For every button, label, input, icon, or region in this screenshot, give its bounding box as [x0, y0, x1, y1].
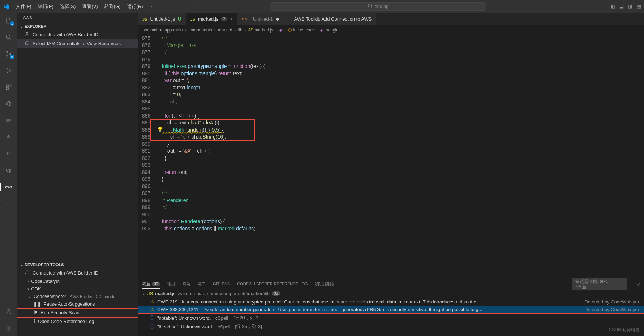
code-line[interactable]: var out = '', — [156, 77, 644, 84]
problem-row[interactable]: ⓘ"lheading": Unknown word.cSpell[行 35，列 … — [138, 322, 644, 331]
filter-icon[interactable]: ▽ — [637, 282, 640, 286]
editor-tab[interactable]: <>Untitled-1● — [237, 13, 284, 25]
code-line[interactable]: }; — [156, 176, 644, 183]
breadcrumbs[interactable]: waimai-uniapp-main›components›marked›lib… — [138, 25, 644, 35]
problem-row[interactable]: ⓘ"nptable": Unknown word.cSpell[行 20，列 3… — [138, 314, 644, 322]
code-line[interactable]: } — [156, 141, 644, 148]
editor-tab[interactable]: JSUntitled-1.jsU — [138, 13, 186, 25]
code-line[interactable]: ch; — [156, 98, 644, 106]
tree-cdk[interactable]: › CDK — [17, 285, 138, 293]
explorer-badge: 1 — [10, 21, 14, 26]
debug-activity-icon[interactable] — [4, 66, 13, 75]
toggle-panel-bottom-icon[interactable]: ⬓ — [619, 4, 624, 9]
remote-activity-icon[interactable] — [4, 99, 13, 108]
toggle-panel-left-icon[interactable]: ◧ — [611, 4, 615, 9]
code-line[interactable]: for (; i < l; i++) { — [156, 112, 644, 120]
code-line[interactable]: * Renderer — [156, 197, 644, 204]
codewhisperer-activity-icon[interactable] — [4, 116, 13, 125]
problem-row[interactable]: ⚠CWE-338,330,1241 - Pseudorandom number … — [138, 306, 644, 313]
panel-tab[interactable]: 调试控制台 — [315, 281, 335, 287]
select-iam-row[interactable]: Select IAM Credentials to View Resources — [17, 39, 138, 48]
breadcrumb-item[interactable]: waimai-uniapp-main — [144, 27, 183, 33]
breadcrumb-item[interactable]: marked — [218, 27, 232, 33]
panel-tab[interactable]: GITLENS — [213, 282, 230, 286]
editor-tab[interactable]: ≡AWS Toolkit: Add Connection to AWS — [284, 13, 376, 25]
menu-item[interactable]: 查看(V) — [79, 2, 100, 11]
breadcrumb-item[interactable]: components — [188, 27, 212, 33]
breadcrumb-item[interactable]: lib — [238, 27, 242, 33]
docker-activity-icon[interactable] — [4, 133, 13, 141]
panel-tab[interactable]: CODEWHISPERER REFERENCE LOG — [237, 282, 308, 286]
nav-back-icon[interactable]: ← — [192, 4, 197, 9]
code-line[interactable]: l = text.length, — [156, 84, 644, 92]
lightbulb-icon[interactable]: 💡 — [157, 126, 163, 133]
connected-builder-row[interactable]: Connected with AWS Builder ID — [17, 30, 138, 39]
code-line[interactable] — [156, 162, 644, 169]
panel-tab[interactable]: 问题35 — [142, 281, 160, 289]
code-lines[interactable]: 💡 /** * Mangle Links */ InlineLexer.prot… — [156, 35, 644, 278]
panel-tab[interactable]: 端口 — [198, 281, 206, 287]
devtools-connected-row[interactable]: Connected with AWS Builder ID — [17, 268, 138, 277]
problem-row[interactable]: ⚠CWE-319 - Insecure connection using une… — [138, 298, 644, 306]
tree-codecatalyst[interactable]: › CodeCatalyst — [17, 277, 138, 285]
code-line[interactable]: /** — [156, 35, 644, 42]
code-line[interactable]: out += '&#' + ch + ';'; — [156, 148, 644, 155]
customize-layout-icon[interactable]: ▦ — [637, 4, 641, 9]
command-center[interactable]: coding — [270, 2, 486, 11]
breadcrumb-item[interactable]: ◈ mangle — [320, 27, 339, 33]
devtools-section-title[interactable]: ⌄ DEVELOPER TOOLS — [17, 261, 138, 268]
more-activity-icon[interactable]: ··· — [4, 199, 13, 208]
menu-item[interactable]: 选择(S) — [57, 2, 78, 11]
account-icon[interactable] — [4, 307, 13, 316]
activity-bar: 1 5 Pj Cp aws ··· — [0, 13, 17, 336]
code-line[interactable]: InlineLexer.prototype.mangle = function(… — [156, 63, 644, 70]
explorer-activity-icon[interactable]: 1 — [4, 16, 13, 25]
panel-tab[interactable]: 输出 — [167, 281, 175, 287]
code-line[interactable]: } — [156, 155, 644, 162]
aws-activity-icon[interactable]: aws — [4, 183, 13, 191]
explorer-section-title[interactable]: ⌄ EXPLORER — [17, 23, 138, 30]
code-line[interactable]: * Mangle Links — [156, 42, 644, 49]
scm-activity-icon[interactable]: 5 — [4, 50, 13, 58]
tree-run-security-scan[interactable]: Run Security Scan — [17, 309, 138, 317]
menu-item[interactable]: 编辑(E) — [35, 2, 56, 11]
code-line[interactable]: i = 0, — [156, 91, 644, 98]
breadcrumb-item[interactable]: ⬡ InlineLexer — [288, 27, 314, 33]
tree-pause-suggestions[interactable]: ❚❚ Pause Auto-Suggestions — [17, 300, 138, 308]
project-activity-icon[interactable]: Pj — [4, 149, 13, 158]
code-line[interactable]: /** — [156, 190, 644, 197]
search-activity-icon[interactable] — [4, 33, 13, 42]
menu-item[interactable]: 文件(F) — [13, 2, 34, 11]
breadcrumb-item[interactable]: JS marked.js — [248, 27, 273, 33]
code-line[interactable]: */ — [156, 204, 644, 211]
code-line[interactable] — [156, 211, 644, 218]
filter-input[interactable]: 筛选器(例如 text、**/*.ts... — [572, 278, 627, 290]
tree-codewhisperer[interactable]: ⌄ CodeWhisperer AWS Builder ID Connected — [17, 293, 138, 300]
menu-item[interactable]: 转到(G) — [102, 2, 124, 11]
tree-open-reference-log[interactable]: ⤴ Open Code Reference Log — [17, 318, 138, 325]
extensions-activity-icon[interactable] — [4, 83, 13, 92]
code-line[interactable]: */ — [156, 49, 644, 56]
editor-tab[interactable]: JSmarked.js2× — [186, 13, 237, 25]
menu-item[interactable]: ··· — [146, 2, 156, 11]
svg-line-1 — [371, 7, 372, 8]
breadcrumb-item[interactable]: ◈ — [279, 27, 282, 33]
code-line[interactable]: if (!this.options.mangle) return text; — [156, 70, 644, 77]
copilot-activity-icon[interactable]: Cp — [4, 166, 13, 175]
menu-item[interactable]: 运行(R) — [124, 2, 146, 11]
code-line[interactable] — [156, 56, 644, 63]
panel-tab[interactable]: 终端 — [183, 281, 190, 287]
code-line[interactable]: this.options = options || marked.default… — [156, 225, 644, 233]
code-line[interactable] — [156, 183, 644, 190]
problems-file-row[interactable]: ⌄ JS marked.js waimai-uniapp-main\compon… — [138, 289, 644, 298]
close-icon[interactable]: × — [230, 16, 233, 22]
nav-forward-icon[interactable]: → — [203, 4, 207, 9]
code-line[interactable]: return out; — [156, 169, 644, 176]
code-line[interactable]: function Renderer(options) { — [156, 218, 644, 225]
settings-gear-icon[interactable] — [4, 324, 13, 332]
code-editor[interactable]: 8758768778788798808818828838848858868878… — [138, 35, 644, 278]
sidebar: AWS ⌄ EXPLORER Connected with AWS Builde… — [17, 13, 138, 336]
pause-icon: ❚❚ — [33, 301, 41, 307]
code-line[interactable] — [156, 105, 644, 112]
toggle-panel-right-icon[interactable]: ◨ — [628, 4, 632, 9]
